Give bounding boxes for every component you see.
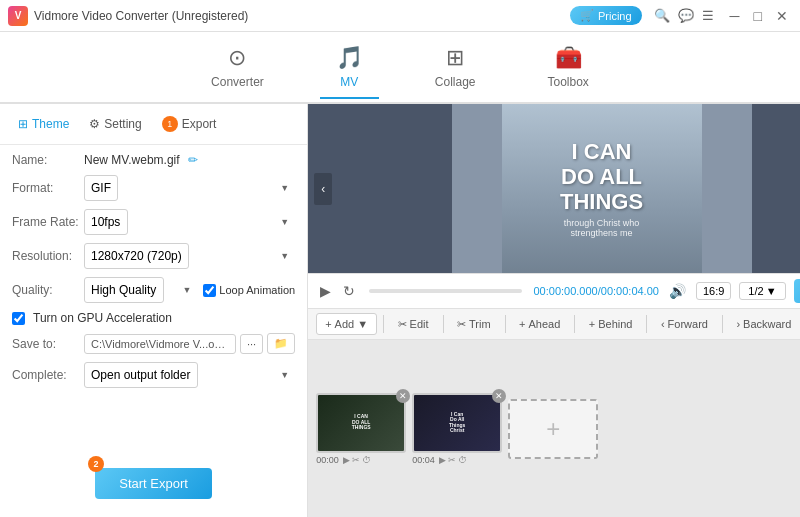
preview-right-bg (702, 104, 752, 273)
add-button[interactable]: + Add ▼ (316, 313, 377, 335)
bottom-toolbar: + Add ▼ ✂ Edit ✂ Trim + Ahead + Behi (308, 308, 800, 340)
titlebar-right: 🛒 Pricing 🔍 💬 ☰ ─ □ ✕ (570, 6, 792, 25)
play-small-icon-2: ▶ (439, 455, 446, 465)
tab-mv-label: MV (340, 75, 358, 89)
preview-text-sub: through Christ whostrengthens me (564, 218, 640, 238)
theme-button[interactable]: ⊞ Theme (10, 113, 77, 135)
volume-icon: 🔊 (669, 283, 686, 299)
gpu-label: Turn on GPU Acceleration (33, 311, 172, 325)
pricing-button[interactable]: 🛒 Pricing (570, 6, 642, 25)
volume-button[interactable]: 🔊 (667, 281, 688, 301)
name-row: Name: New MV.webm.gif ✏ (12, 153, 295, 167)
framerate-select[interactable]: 10fps (84, 209, 128, 235)
minimize-button[interactable]: ─ (726, 8, 744, 24)
cart-icon: 🛒 (580, 9, 594, 22)
forward-button[interactable]: ‹ Forward (653, 314, 716, 334)
ahead-icon: + (519, 318, 525, 330)
mv-icon: 🎵 (336, 45, 363, 71)
timeline-icons-1: ▶ ✂ ⏱ (343, 455, 371, 465)
save-more-button[interactable]: ··· (240, 334, 263, 354)
setting-button[interactable]: ⚙ Setting (81, 113, 149, 135)
backward-button[interactable]: › Backward (728, 314, 799, 334)
saveto-label: Save to: (12, 337, 84, 351)
timeline-add-button[interactable]: + (508, 399, 598, 459)
timeline-time-2: 00:04 (412, 455, 435, 465)
resolution-label: Resolution: (12, 249, 84, 263)
gear-icon: ⚙ (89, 117, 100, 131)
gpu-checkbox[interactable] (12, 312, 25, 325)
form-area: Name: New MV.webm.gif ✏ Format: GIF Fram… (0, 145, 307, 460)
tab-collage[interactable]: ⊞ Collage (419, 37, 492, 99)
toolbox-icon: 🧰 (555, 45, 582, 71)
quality-row: Quality: High Quality Loop Animation (12, 277, 295, 303)
behind-button[interactable]: + Behind (581, 314, 641, 334)
ahead-button[interactable]: + Ahead (511, 314, 568, 334)
preview-frame-wrapper: I CANDO ALLTHINGS through Christ whostre… (452, 104, 752, 273)
scissors-icon-2: ✂ (448, 455, 456, 465)
page-button[interactable]: 1/2 ▼ (739, 282, 785, 300)
format-select[interactable]: GIF (84, 175, 118, 201)
maximize-button[interactable]: □ (750, 8, 766, 24)
saveto-row: Save to: ··· 📁 (12, 333, 295, 354)
right-panel: ‹ I CANDO ALLTHINGS through Christ whost… (308, 104, 800, 517)
tab-collage-label: Collage (435, 75, 476, 89)
search-icon[interactable]: 🔍 (654, 8, 670, 23)
format-row: Format: GIF (12, 175, 295, 201)
start-export-button[interactable]: Start Export (95, 468, 212, 499)
timeline-close-1[interactable]: ✕ (396, 389, 410, 403)
resolution-select-wrapper: 1280x720 (720p) (84, 243, 295, 269)
timeline-info-2: 00:04 ▶ ✂ ⏱ (412, 455, 502, 465)
trim-icon: ✂ (457, 318, 466, 331)
tab-converter[interactable]: ⊙ Converter (195, 37, 280, 99)
refresh-button[interactable]: ↻ (341, 281, 357, 301)
start-export-badge: 2 (88, 456, 104, 472)
trim-button[interactable]: ✂ Trim (449, 314, 499, 335)
chat-icon[interactable]: 💬 (678, 8, 694, 23)
tab-toolbox-label: Toolbox (548, 75, 589, 89)
forward-icon: ‹ (661, 318, 665, 330)
timeline-time-1: 00:00 (316, 455, 339, 465)
window-controls: ─ □ ✕ (726, 8, 792, 24)
menu-icon[interactable]: ☰ (702, 8, 714, 23)
timeline-text-2: I CanDo AllThingsChrist (449, 412, 465, 434)
loop-checkbox[interactable] (203, 284, 216, 297)
converter-icon: ⊙ (228, 45, 246, 71)
app-title: Vidmore Video Converter (Unregistered) (34, 9, 248, 23)
start-export-right-button[interactable]: Start Export (794, 279, 800, 303)
timeline-thumb-inner-1: I CANDO ALLTHINGS (318, 395, 404, 451)
progress-bar[interactable] (369, 289, 521, 293)
export-button[interactable]: 1 Export (154, 112, 225, 136)
tab-mv[interactable]: 🎵 MV (320, 37, 379, 99)
ratio-button[interactable]: 16:9 (696, 282, 731, 300)
close-button[interactable]: ✕ (772, 8, 792, 24)
timeline-icons-2: ▶ ✂ ⏱ (439, 455, 467, 465)
nav-tabs: ⊙ Converter 🎵 MV ⊞ Collage 🧰 Toolbox (0, 32, 800, 104)
plus-icon: + (325, 318, 331, 330)
controls-bar: ▶ ↻ 00:00:00.000/00:00:04.00 🔊 16:9 1/2 … (308, 273, 800, 308)
edit-button[interactable]: ✂ Edit (390, 314, 437, 335)
preview-left-bg (452, 104, 502, 273)
preview-area: ‹ I CANDO ALLTHINGS through Christ whost… (308, 104, 800, 273)
collage-icon: ⊞ (446, 45, 464, 71)
edit-name-icon[interactable]: ✏ (188, 153, 198, 167)
chevron-down-icon: ▼ (766, 285, 777, 297)
complete-select[interactable]: Open output folder (84, 362, 198, 388)
complete-row: Complete: Open output folder (12, 362, 295, 388)
timeline-info-1: 00:00 ▶ ✂ ⏱ (316, 455, 406, 465)
backward-icon: › (736, 318, 740, 330)
save-path-input[interactable] (84, 334, 236, 354)
play-button[interactable]: ▶ (318, 281, 333, 301)
resolution-row: Resolution: 1280x720 (720p) (12, 243, 295, 269)
resolution-select[interactable]: 1280x720 (720p) (84, 243, 189, 269)
clock-icon: ⏱ (362, 455, 371, 465)
tab-toolbox[interactable]: 🧰 Toolbox (532, 37, 605, 99)
behind-icon: + (589, 318, 595, 330)
quality-select[interactable]: High Quality (84, 277, 164, 303)
arrow-left-button[interactable]: ‹ (314, 173, 332, 205)
app-logo: V (8, 6, 28, 26)
export-badge: 1 (162, 116, 178, 132)
timeline-thumb-inner-2: I CanDo AllThingsChrist (414, 395, 500, 451)
framerate-select-wrapper: 10fps (84, 209, 295, 235)
save-folder-button[interactable]: 📁 (267, 333, 295, 354)
timeline-close-2[interactable]: ✕ (492, 389, 506, 403)
